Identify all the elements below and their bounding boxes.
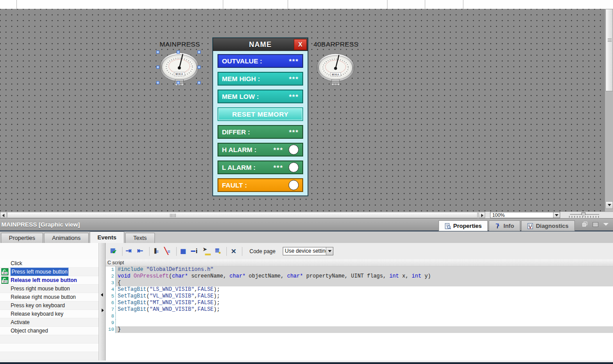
tab-events[interactable]: Events — [90, 231, 125, 243]
chevron-right-icon — [481, 214, 483, 217]
inspector-tab-strip: PropertiesAnimationsEventsTexts — [0, 231, 613, 243]
event-item[interactable]: C101Release left mouse button — [0, 276, 99, 285]
indicator-lamp — [289, 180, 299, 190]
scroll-left-button[interactable] — [0, 212, 7, 218]
event-label: Press right mouse button — [11, 285, 70, 293]
chevron-down-icon[interactable] — [326, 247, 333, 255]
goto-location-icon[interactable]: ▬➤ — [202, 247, 211, 256]
bookmark-remove-icon[interactable]: ≡╲ — [164, 247, 173, 256]
info-icon: i — [495, 223, 501, 229]
field-value: *** — [273, 146, 283, 153]
gauge-label-40barpress: 40BARPRESS — [310, 40, 362, 48]
zoom-dropdown-button[interactable] — [553, 212, 560, 218]
inspector-right-tabs: Properties i Info Diagn — [439, 220, 576, 231]
compile-script-icon[interactable]: ▦✔ — [110, 247, 119, 256]
code-line[interactable]: 9 — [106, 320, 613, 326]
code-templates-icon[interactable]: ≣● — [214, 247, 223, 256]
field-value: *** — [289, 75, 299, 82]
code-line[interactable]: 1#include "GlobalDefinitions.h" — [106, 266, 613, 273]
tab-texts[interactable]: Texts — [125, 233, 154, 243]
graphic-view-canvas[interactable]: MAINPRESS WIKA 40BARP — [0, 9, 605, 211]
scroll-right-button[interactable] — [479, 212, 485, 218]
code-page-label: Code page — [249, 248, 276, 254]
tab-properties[interactable]: Properties — [1, 233, 43, 243]
collapse-left-icon[interactable] — [101, 293, 103, 297]
c-script-icon: C101 — [1, 277, 8, 284]
event-item[interactable]: Activate — [0, 318, 99, 327]
event-list-empty-row — [0, 352, 99, 360]
event-label: Press key on keyboard — [11, 301, 65, 309]
indicator-lamp — [289, 162, 299, 172]
event-item[interactable]: Click — [0, 259, 99, 268]
gauge-brand-text: WIKA — [175, 73, 183, 75]
code-line[interactable]: 3{ — [106, 280, 613, 286]
expand-right-icon[interactable] — [102, 309, 104, 312]
pressure-gauge-40barpress[interactable]: WIKA — [315, 52, 356, 87]
float-panel-icon[interactable] — [582, 222, 588, 227]
collapse-panel-icon[interactable] — [603, 223, 609, 226]
field-value: *** — [289, 57, 299, 65]
insert-info-icon[interactable]: ▬i — [191, 247, 200, 256]
faceplate-window[interactable]: NAME X OUTVALUE :***MEM HIGH :***MEM LOW… — [213, 38, 308, 196]
code-text: { — [115, 280, 613, 286]
code-line[interactable]: 7SetTagBit("AN_WND_VISIB",FALSE); — [106, 306, 613, 313]
indicator-lamp — [289, 145, 299, 155]
event-item[interactable]: Object changed — [0, 327, 99, 335]
field-label: L ALARM : — [222, 164, 256, 171]
code-text: SetTagBit("MT_WND_VISIB",FALSE); — [115, 300, 613, 306]
faceplate-field[interactable]: OUTVALUE :*** — [218, 54, 303, 68]
faceplate-field[interactable]: MEM HIGH :*** — [218, 72, 303, 86]
event-item[interactable]: C101Press left mouse button — [0, 268, 99, 276]
line-numbers-icon[interactable]: ▦ — [179, 247, 188, 256]
bookmark-set-icon[interactable]: ❚≡ — [152, 247, 161, 256]
event-list: ClickC101Press left mouse buttonC101Rele… — [0, 243, 99, 360]
line-number: 8 — [106, 313, 115, 320]
line-number: 10 — [106, 326, 115, 333]
panel-menu-icon[interactable] — [593, 222, 598, 227]
pressure-gauge-mainpress[interactable]: WIKA — [158, 51, 201, 87]
tab-info[interactable]: i Info — [489, 220, 520, 231]
code-line[interactable]: 10} — [106, 326, 613, 333]
vertical-scrollbar-thumb[interactable] — [605, 9, 613, 91]
reset-memory-button[interactable]: RESET MEMORY — [218, 107, 303, 121]
faceplate-field[interactable]: FAULT : — [218, 178, 303, 192]
horizontal-scrollbar-thumb[interactable] — [7, 212, 478, 218]
script-editor-pane: ▦✔⇥⇤❚≡≡╲▦▬i▬➤≣●✕Code pageUse device sett… — [106, 243, 613, 360]
code-line[interactable]: 6SetTagBit("MT_WND_VISIB",FALSE); — [106, 300, 613, 306]
code-page-value: Use device setting — [285, 248, 328, 254]
field-label: MEM LOW : — [222, 93, 259, 100]
faceplate-field[interactable]: MEM LOW :*** — [218, 90, 303, 103]
line-number: 1 — [106, 266, 115, 273]
pane-splitter[interactable] — [99, 243, 106, 360]
tab-animations[interactable]: Animations — [44, 233, 88, 243]
field-label: OUTVALUE : — [222, 57, 262, 65]
faceplate-field[interactable]: H ALARM :*** — [218, 143, 303, 157]
vertical-scrollbar[interactable] — [605, 9, 613, 211]
inspector-titlebar: MAINPRESS [Graphic view] Properties i — [0, 218, 613, 231]
zoom-slider[interactable] — [570, 212, 599, 218]
scroll-down-button[interactable] — [605, 201, 613, 209]
faceplate-titlebar[interactable]: NAME X — [213, 38, 308, 51]
faceplate-field[interactable]: L ALARM :*** — [218, 160, 303, 174]
code-line[interactable]: 8 — [106, 313, 613, 320]
event-item[interactable]: Press right mouse button — [0, 285, 99, 293]
event-item[interactable]: Release right mouse button — [0, 293, 99, 301]
code-line[interactable]: 4SetTagBit("LS_WND_VISIB",FALSE); — [106, 286, 613, 293]
close-button[interactable]: X — [294, 39, 307, 50]
diagnostics-icon — [527, 223, 534, 229]
code-editor[interactable]: 1#include "GlobalDefinitions.h"2void OnP… — [106, 266, 613, 333]
delete-icon[interactable]: ✕ — [229, 247, 238, 256]
event-list-empty-row — [0, 335, 99, 344]
code-line[interactable]: 5SetTagBit("VL_WND_VISIB",FALSE); — [106, 293, 613, 300]
event-item[interactable]: Release keyboard key — [0, 310, 99, 318]
code-page-select[interactable]: Use device setting — [283, 247, 333, 255]
zoom-level-combobox[interactable]: 100% — [490, 212, 560, 218]
outdent-icon[interactable]: ⇤ — [137, 247, 146, 256]
line-number: 4 — [106, 286, 115, 293]
faceplate-field[interactable]: DIFFER :*** — [218, 125, 303, 139]
tab-properties[interactable]: Properties — [439, 220, 488, 231]
code-line[interactable]: 2void OnPressLeft(char* screenName, char… — [106, 273, 613, 280]
event-item[interactable]: Press key on keyboard — [0, 301, 99, 310]
indent-icon[interactable]: ⇥ — [125, 247, 134, 256]
tab-diagnostics[interactable]: Diagnostics — [521, 220, 575, 231]
